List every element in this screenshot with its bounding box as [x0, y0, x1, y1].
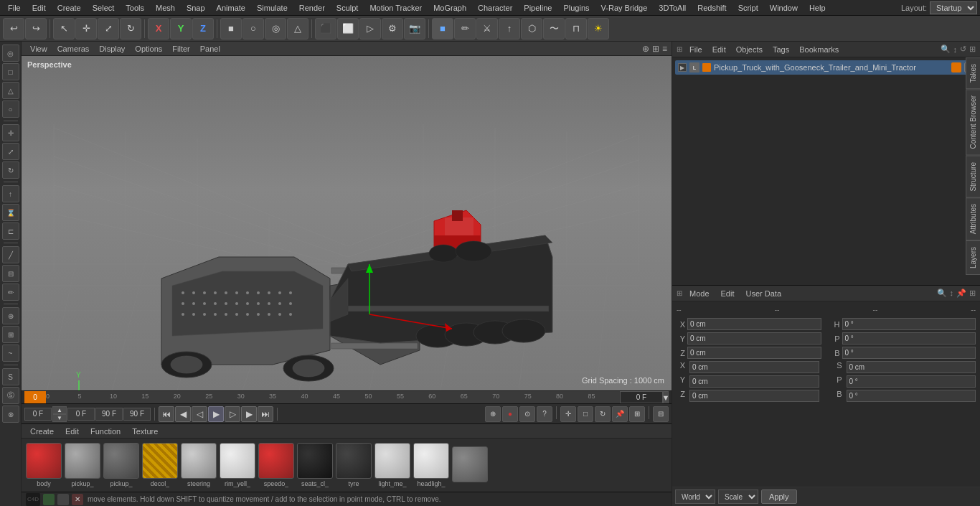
render-camera-button[interactable]: 📷 [404, 18, 425, 39]
attr-search-icon[interactable]: 🔍 [937, 289, 947, 298]
vp-icon-more[interactable]: ≡ [662, 44, 667, 54]
material-menu-texture[interactable]: Texture [128, 426, 162, 436]
animation-mode-button[interactable]: △ [287, 18, 308, 39]
attr-sync-icon[interactable]: ↕ [950, 289, 954, 298]
sidebar-knife[interactable]: ╱ [2, 246, 19, 263]
scale-sy-input[interactable] [847, 375, 976, 388]
attr-expand-icon[interactable]: ⊞ [969, 289, 976, 298]
sidebar-extrude[interactable]: ↑ [2, 185, 19, 202]
sidebar-free-select[interactable]: ○ [2, 100, 19, 118]
attr-menu-userdata[interactable]: User Data [742, 289, 786, 299]
z-axis-button[interactable]: Z [192, 18, 214, 39]
tab-content-browser[interactable]: Content Browser [966, 89, 980, 155]
attr-menu-mode[interactable]: Mode [685, 289, 714, 299]
swatch-tyre[interactable]: tyre [336, 443, 372, 487]
render-region-button[interactable]: ⬜ [337, 18, 359, 39]
sidebar-move[interactable]: ✛ [2, 124, 19, 141]
redo-button[interactable]: ↪ [25, 18, 47, 39]
swatch-pickup2[interactable]: pickup_ [103, 443, 139, 487]
pb-record-button[interactable]: ● [502, 406, 518, 422]
render-button[interactable]: ⬛ [315, 18, 336, 39]
select-tool-button[interactable]: ↖ [53, 18, 75, 39]
search-icon[interactable]: 🔍 [941, 44, 951, 54]
obj-menu-tags[interactable]: Tags [768, 44, 793, 55]
pen-button[interactable]: ✏ [454, 18, 476, 39]
obj-expand-icon[interactable]: ▶ [678, 63, 687, 72]
sidebar-smooth[interactable]: ~ [2, 345, 19, 362]
obj-menu-objects[interactable]: Objects [732, 44, 767, 55]
knife-button[interactable]: ⚔ [476, 18, 498, 39]
prev-frame-button[interactable]: ◀ [175, 406, 191, 422]
scale-z-input[interactable] [689, 390, 819, 402]
rotate-tool-button[interactable]: ↻ [120, 18, 141, 39]
tab-attributes[interactable]: Attributes [966, 197, 980, 240]
extrude-button[interactable]: ↑ [499, 18, 520, 39]
y-axis-button[interactable]: Y [170, 18, 192, 39]
sidebar-sculpt1[interactable]: S [2, 368, 19, 385]
menu-pipeline[interactable]: Pipeline [519, 2, 557, 14]
material-menu-edit[interactable]: Edit [61, 426, 83, 436]
scale-sx-input[interactable] [847, 361, 976, 373]
attr-pin-icon[interactable]: 📌 [956, 289, 966, 298]
menu-snap[interactable]: Snap [182, 2, 210, 14]
render-vp-button[interactable]: ▷ [359, 18, 381, 39]
swatch-speedo[interactable]: speedo_ [258, 443, 294, 487]
goto-start-button[interactable]: ⏮ [159, 406, 174, 422]
filter-icon[interactable]: ↕ [953, 45, 958, 54]
viewport-3d[interactable]: X Y Z Perspective Grid Spacing : 1000 cm [22, 56, 672, 390]
swatch-headlight[interactable]: headligh_ [413, 443, 449, 487]
light-button[interactable]: ☀ [588, 18, 609, 39]
vp-icon-settings[interactable]: ⊞ [652, 44, 659, 54]
menu-sculpt[interactable]: Sculpt [331, 2, 364, 14]
object-row-truck[interactable]: ▶ L Pickup_Truck_with_Gooseneck_Trailer_… [675, 60, 977, 75]
scale-x-input[interactable] [689, 361, 819, 373]
menu-character[interactable]: Character [473, 2, 517, 14]
menu-motion-tracker[interactable]: Motion Tracker [364, 2, 427, 14]
texture-mode-button[interactable]: ◎ [265, 18, 286, 39]
vp-menu-cameras[interactable]: Cameras [53, 44, 94, 54]
world-dropdown[interactable]: World [675, 489, 715, 504]
frame-up[interactable]: ▲ [52, 406, 67, 414]
timeline-marks[interactable]: 051015202530354045505560657075808590 [46, 391, 620, 403]
menu-file[interactable]: File [3, 2, 26, 14]
apply-button[interactable]: Apply [761, 489, 797, 504]
sidebar-scale[interactable]: ⤢ [2, 143, 19, 160]
obj-menu-edit[interactable]: Edit [708, 44, 730, 55]
playback-current-frame[interactable]: 0 F [67, 408, 95, 421]
obj-menu-bookmarks[interactable]: Bookmarks [795, 44, 843, 55]
cube-button[interactable]: ■ [432, 18, 453, 39]
timeline-frame-display[interactable]: 0 F [620, 391, 663, 403]
goto-end-button[interactable]: ⏭ [258, 406, 273, 422]
tab-structure[interactable]: Structure [966, 156, 980, 198]
deformer-button[interactable]: ⊓ [565, 18, 587, 39]
menu-select[interactable]: Select [88, 2, 120, 14]
next-frame-button[interactable]: ▶ [241, 406, 257, 422]
tab-takes[interactable]: Takes [966, 57, 980, 89]
swatch-pickup1[interactable]: pickup_ [65, 443, 100, 487]
sidebar-loop[interactable]: ⊟ [2, 265, 19, 282]
swatch-steering[interactable]: steering [181, 443, 217, 487]
timeline-expand[interactable]: ▼ [663, 391, 669, 404]
refresh-icon[interactable]: ↺ [960, 44, 966, 54]
obj-menu-file[interactable]: File [685, 44, 707, 55]
scale-y-input[interactable] [689, 375, 819, 388]
pb-move-frame-button[interactable]: ✛ [560, 406, 576, 422]
menu-redshift[interactable]: Redshift [692, 2, 731, 14]
sidebar-magnet[interactable]: ⊕ [2, 307, 19, 324]
menu-edit[interactable]: Edit [27, 2, 51, 14]
swatch-rim[interactable]: rim_yell_ [220, 443, 255, 487]
sidebar-rect-select[interactable]: □ [2, 63, 19, 80]
prev-keyframe-button[interactable]: ◁ [192, 406, 207, 422]
attr-menu-edit[interactable]: Edit [717, 289, 739, 299]
sidebar-mirror[interactable]: ⊞ [2, 326, 19, 343]
sidebar-live-select[interactable]: ◎ [2, 44, 19, 62]
vp-menu-options[interactable]: Options [131, 44, 166, 54]
swatch-extra[interactable] [452, 446, 488, 484]
menu-mesh[interactable]: Mesh [151, 2, 180, 14]
pb-dope-button[interactable]: ⊟ [653, 406, 669, 422]
next-keyframe-button[interactable]: ▷ [225, 406, 240, 422]
pb-help-button[interactable]: ? [537, 406, 552, 422]
move-tool-button[interactable]: ✛ [75, 18, 97, 39]
play-button[interactable]: ▶ [208, 406, 224, 422]
menu-mograph[interactable]: MoGraph [428, 2, 471, 14]
